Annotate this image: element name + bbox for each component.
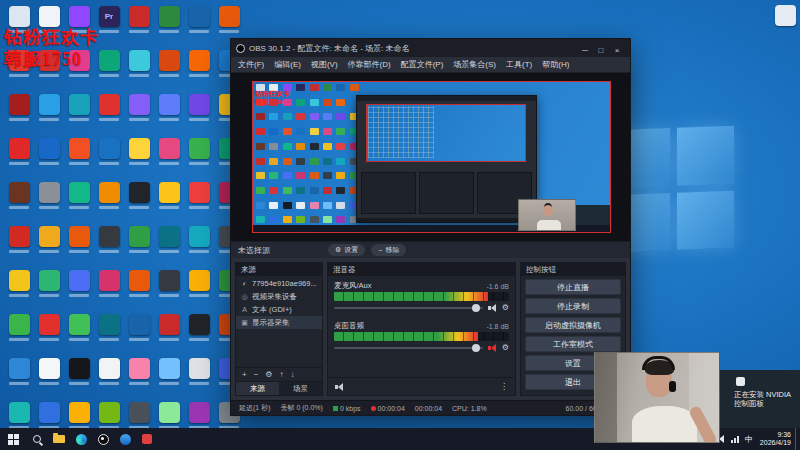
desktop-icon[interactable] — [216, 6, 242, 33]
desktop-icon[interactable] — [186, 226, 212, 253]
desktop-icon[interactable] — [96, 138, 122, 165]
desktop-icon[interactable] — [36, 182, 62, 209]
remove-button[interactable]: −移除 — [371, 244, 406, 256]
desktop-icon[interactable] — [36, 138, 62, 165]
studio-mode-button[interactable]: 工作室模式 — [525, 336, 621, 352]
slider-knob[interactable] — [472, 344, 480, 352]
desktop-icon[interactable] — [96, 50, 122, 77]
properties-button[interactable]: ⚙ — [265, 370, 272, 379]
volume-slider[interactable] — [334, 347, 483, 349]
desktop-icon[interactable] — [6, 270, 32, 297]
source-item[interactable]: ▣显示器采集 — [236, 316, 322, 329]
desktop-icon[interactable] — [126, 226, 152, 253]
desktop-icon[interactable] — [66, 402, 92, 429]
taskbar-chat-icon[interactable] — [114, 428, 136, 450]
show-desktop-button[interactable] — [795, 428, 800, 450]
desktop-icon[interactable] — [96, 226, 122, 253]
desktop-icon[interactable] — [772, 5, 798, 26]
menu-item[interactable]: 视图(V) — [306, 59, 343, 70]
desktop-icon[interactable] — [96, 270, 122, 297]
desktop-icon[interactable] — [186, 358, 212, 385]
desktop-icon[interactable] — [36, 358, 62, 385]
desktop-icon[interactable] — [126, 50, 152, 77]
input-method-indicator[interactable]: 中 — [742, 434, 756, 445]
mute-button[interactable] — [488, 304, 497, 312]
desktop-icon[interactable] — [156, 314, 182, 341]
desktop-icon[interactable] — [96, 402, 122, 429]
mixer-menu-icon[interactable]: ⋮ — [500, 382, 508, 391]
taskbar-folder-icon[interactable] — [48, 428, 70, 450]
desktop-icon[interactable] — [66, 94, 92, 121]
desktop-icon[interactable] — [156, 270, 182, 297]
desktop-icon[interactable] — [126, 94, 152, 121]
channel-settings-icon[interactable]: ⚙ — [502, 344, 509, 352]
close-button[interactable]: × — [609, 46, 625, 55]
desktop-icon[interactable] — [186, 50, 212, 77]
volume-slider[interactable] — [334, 307, 483, 309]
remove-button[interactable]: − — [254, 370, 259, 379]
desktop-icon[interactable] — [66, 358, 92, 385]
desktop-icon[interactable] — [6, 138, 32, 165]
desktop-icon[interactable] — [186, 6, 212, 33]
desktop-icon[interactable] — [6, 226, 32, 253]
move-down-button[interactable]: ↓ — [291, 370, 295, 379]
mute-button[interactable] — [488, 344, 497, 352]
desktop-icon[interactable] — [66, 138, 92, 165]
desktop-icon[interactable] — [66, 182, 92, 209]
menu-item[interactable]: 工具(T) — [501, 59, 537, 70]
desktop-icon[interactable] — [66, 270, 92, 297]
start-button[interactable] — [0, 428, 26, 450]
desktop-icon[interactable] — [96, 182, 122, 209]
taskbar-obs-icon[interactable] — [92, 428, 114, 450]
desktop-icon[interactable] — [186, 94, 212, 121]
desktop-icon[interactable] — [66, 226, 92, 253]
desktop-icon[interactable]: Pr — [96, 6, 122, 33]
menu-item[interactable]: 文件(F) — [233, 59, 269, 70]
source-item[interactable]: A文本 (GDI+) — [236, 303, 322, 316]
move-up-button[interactable]: ↑ — [280, 370, 284, 379]
desktop-icon[interactable] — [156, 402, 182, 429]
desktop-icon[interactable] — [156, 94, 182, 121]
add-button[interactable]: + — [242, 370, 247, 379]
desktop-icon[interactable] — [186, 182, 212, 209]
slider-knob[interactable] — [472, 304, 480, 312]
desktop-icon[interactable] — [186, 138, 212, 165]
desktop-icon[interactable] — [6, 314, 32, 341]
desktop-icon[interactable] — [186, 270, 212, 297]
desktop-icon[interactable] — [6, 402, 32, 429]
desktop-icon[interactable] — [186, 402, 212, 429]
obs-canvas[interactable]: 钻粉狂欢卡 韩服1750 — [253, 82, 610, 232]
desktop-icon[interactable] — [156, 226, 182, 253]
desktop-icon[interactable] — [126, 314, 152, 341]
menu-item[interactable]: 配置文件(P) — [396, 59, 449, 70]
desktop-icon[interactable] — [126, 182, 152, 209]
desktop-icon[interactable] — [156, 182, 182, 209]
desktop-icon[interactable] — [6, 94, 32, 121]
desktop-icon[interactable] — [36, 402, 62, 429]
obs-titlebar[interactable]: OBS 30.1.2 - 配置文件: 未命名 - 场景: 未命名 ─□× — [231, 39, 630, 57]
desktop-icon[interactable] — [156, 138, 182, 165]
start-virtual-camera-button[interactable]: 启动虚拟摄像机 — [525, 317, 621, 333]
menu-item[interactable]: 编辑(E) — [269, 59, 306, 70]
menu-item[interactable]: 停靠部件(D) — [343, 59, 396, 70]
desktop-icon[interactable] — [126, 138, 152, 165]
source-item[interactable]: ◎视频采集设备 — [236, 290, 322, 303]
desktop-icon[interactable] — [36, 226, 62, 253]
desktop-icon[interactable] — [96, 94, 122, 121]
desktop-icon[interactable] — [186, 314, 212, 341]
stop-streaming-button[interactable]: 停止直播 — [525, 279, 621, 295]
network-icon[interactable] — [731, 436, 739, 443]
desktop-icon[interactable] — [156, 358, 182, 385]
desktop-icon[interactable] — [126, 358, 152, 385]
taskbar-edge-icon[interactable] — [70, 428, 92, 450]
source-item[interactable]: ◐77954e910ae969... — [236, 277, 322, 290]
desktop-icon[interactable] — [36, 314, 62, 341]
desktop-icon[interactable] — [126, 6, 152, 33]
taskbar-search-icon[interactable] — [26, 428, 48, 450]
taskbar-clock[interactable]: 9:36 2026/4/19 — [756, 431, 795, 447]
maximize-button[interactable]: □ — [593, 46, 609, 55]
menu-item[interactable]: 场景集合(S) — [448, 59, 501, 70]
desktop-icon[interactable] — [126, 402, 152, 429]
desktop-icon[interactable] — [156, 50, 182, 77]
desktop-icon[interactable] — [6, 182, 32, 209]
